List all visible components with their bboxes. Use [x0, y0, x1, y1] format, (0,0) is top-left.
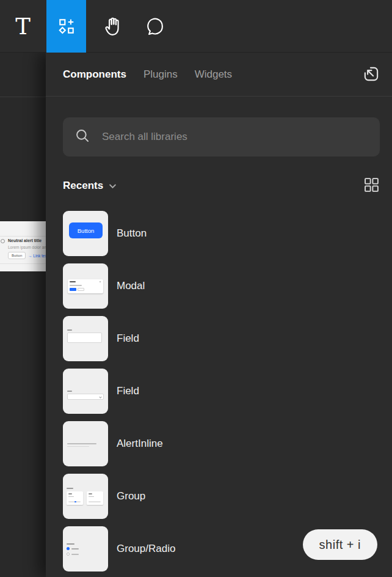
- artboard-sliver[interactable]: Neutral alert title Lorem ipsum dolor am…: [0, 221, 46, 271]
- item-label: Group/Radio: [117, 543, 175, 555]
- item-label: Button: [117, 227, 147, 240]
- thumbnail-modal: [63, 263, 108, 309]
- text-tool-button[interactable]: T: [0, 0, 46, 53]
- grid-icon: [364, 177, 379, 195]
- panel-header: Components Plugins Widgets: [46, 53, 392, 97]
- thumbnail-group: [63, 474, 108, 519]
- tab-plugins[interactable]: Plugins: [143, 68, 178, 81]
- recents-dropdown[interactable]: Recents: [63, 180, 117, 192]
- thumb-modal-preview: [68, 279, 103, 293]
- list-item-field-2[interactable]: Field: [63, 369, 380, 414]
- item-label: AlertInline: [117, 438, 163, 450]
- hand-icon: [104, 16, 123, 37]
- shortcut-badge-text: shift + i: [319, 538, 361, 552]
- panel-tabs: Components Plugins Widgets: [46, 68, 232, 81]
- hand-tool-button[interactable]: [98, 0, 129, 53]
- list-item-button[interactable]: Button Button: [63, 211, 380, 256]
- recents-header: Recents: [63, 177, 380, 194]
- search-icon: [75, 128, 102, 145]
- arrow-up-left-box-icon: [361, 64, 381, 86]
- alert-title: Neutral alert title: [8, 238, 42, 243]
- comment-bubble-icon: [145, 17, 165, 36]
- list-item-alertinline[interactable]: AlertInline: [63, 421, 380, 466]
- list-item-modal[interactable]: Modal: [63, 263, 380, 309]
- components-shapes-icon: [57, 17, 76, 35]
- list-item-field[interactable]: Field: [63, 316, 380, 361]
- thumbnail-field: [63, 316, 108, 361]
- alert-body-text: Lorem ipsum dolor amet conse: [8, 245, 46, 249]
- thumbnail-field-select: [63, 369, 108, 414]
- chevron-down-icon: [109, 180, 117, 191]
- resources-panel: Components Plugins Widgets: [46, 53, 392, 577]
- item-label: Field: [117, 385, 139, 397]
- grid-view-button[interactable]: [363, 177, 380, 194]
- item-label: Field: [117, 333, 139, 345]
- alert-link[interactable]: → Link text: [28, 254, 46, 258]
- info-circle-icon: [1, 239, 5, 243]
- canvas-area[interactable]: Neutral alert title Lorem ipsum dolor am…: [0, 53, 46, 577]
- tab-components[interactable]: Components: [63, 68, 126, 81]
- shortcut-badge: shift + i: [303, 529, 377, 560]
- thumbnail-button: Button: [63, 211, 108, 256]
- thumbnail-group-radio: [63, 526, 108, 571]
- search-input[interactable]: [102, 131, 368, 143]
- thumb-button-preview: Button: [69, 222, 103, 238]
- list-item-group[interactable]: Group: [63, 474, 380, 519]
- item-label: Group: [117, 490, 145, 502]
- recent-components-list: Button Button Modal: [63, 211, 380, 577]
- search-box: [63, 117, 380, 156]
- alert-button[interactable]: Button: [8, 252, 26, 259]
- text-tool-icon: T: [15, 15, 31, 38]
- comment-tool-button[interactable]: [138, 0, 172, 53]
- recents-label: Recents: [63, 180, 103, 192]
- resources-tool-button-active[interactable]: [46, 0, 86, 53]
- tab-widgets[interactable]: Widgets: [195, 68, 232, 81]
- canvas-divider-line: [0, 97, 46, 97]
- item-label: Modal: [117, 280, 145, 292]
- thumbnail-alertinline: [63, 421, 108, 466]
- toolbar: T: [0, 0, 392, 53]
- open-in-new-button[interactable]: [360, 64, 382, 86]
- alert-bottom-divider: [0, 263, 46, 264]
- alert-top-divider: [0, 236, 46, 237]
- figma-dark-ui: T: [0, 0, 392, 577]
